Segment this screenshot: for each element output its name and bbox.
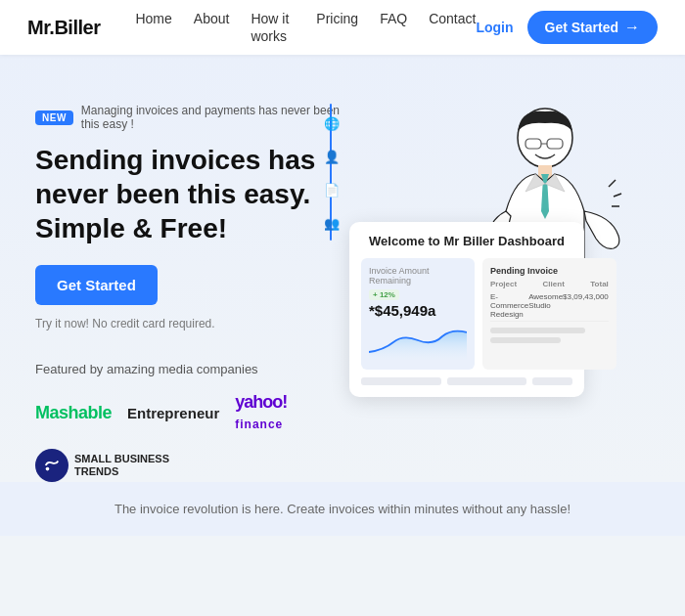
globe-icon[interactable]: 🌐 xyxy=(322,113,342,133)
media-logos: Mashable Entrepreneur yahoo!finance Smal… xyxy=(35,392,342,482)
sbt-icon xyxy=(35,449,68,482)
svg-line-11 xyxy=(614,194,621,197)
nav-item-about[interactable]: About xyxy=(194,10,230,45)
nav-link-faq[interactable]: FAQ xyxy=(380,11,407,26)
mini-chart xyxy=(369,323,467,362)
nav-link-contact[interactable]: Contact xyxy=(429,11,476,26)
hero-left: NEW Managing invoices and payments has n… xyxy=(35,94,342,482)
dashboard-title: Welcome to Mr Biller Dashboard xyxy=(361,234,572,248)
invoice-value: *$45,949a xyxy=(369,302,467,319)
entrepreneur-logo: Entrepreneur xyxy=(127,405,219,421)
navbar: Mr.Biller Home About How it works Pricin… xyxy=(0,0,685,55)
sbt-text: Small BusinessTRENDS xyxy=(74,453,169,478)
user-icon[interactable]: 👤 xyxy=(322,147,342,166)
hero-section: NEW Managing invoices and payments has n… xyxy=(0,55,685,482)
svg-point-0 xyxy=(46,467,50,471)
nav-link-home[interactable]: Home xyxy=(135,11,171,26)
mini-dashboard: Welcome to Mr Biller Dashboard Invoice A… xyxy=(349,222,584,397)
nav-link-pricing[interactable]: Pricing xyxy=(316,11,358,26)
invoice-card: Invoice Amount Remaining + 12% *$45,949a xyxy=(361,258,475,370)
character-wrapper: 🌐 👤 📄 👥 Welcome to Mr Biller Dashboard I… xyxy=(349,94,643,407)
logo-mr: Mr. xyxy=(27,17,54,38)
hero-title: Sending invoices has never been this eas… xyxy=(35,143,342,245)
pending-header: Project Client Total xyxy=(490,280,609,288)
yahoo-logo: yahoo!finance xyxy=(235,392,287,433)
nav-links: Home About How it works Pricing FAQ Cont… xyxy=(135,10,476,45)
nav-right: Login Get Started → xyxy=(476,11,658,44)
nav-item-home[interactable]: Home xyxy=(135,10,171,45)
pending-total: $3,09,43,000 xyxy=(563,292,609,319)
footer-text: The invoice revolution is here. Create i… xyxy=(114,502,571,516)
dashboard-row: Invoice Amount Remaining + 12% *$45,949a xyxy=(361,258,572,370)
badge-text: Managing invoices and payments has never… xyxy=(81,104,342,131)
nav-item-how[interactable]: How it works xyxy=(251,10,295,45)
pending-label: Pending Invoice xyxy=(490,266,609,276)
pending-project: E-Commerce Redesign xyxy=(490,292,528,319)
col-client: Client xyxy=(543,280,565,288)
nav-item-faq[interactable]: FAQ xyxy=(380,10,407,45)
hero-subtitle: Try it now! No credit card required. xyxy=(35,317,342,330)
featured-by-label: Featured by amazing media companies xyxy=(35,362,342,376)
mashable-logo: Mashable xyxy=(35,403,112,423)
sbt-logo: Small BusinessTRENDS xyxy=(35,449,169,482)
file-icon[interactable]: 📄 xyxy=(322,180,342,199)
nav-link-about[interactable]: About xyxy=(194,11,230,26)
nav-item-pricing[interactable]: Pricing xyxy=(316,10,358,45)
badge-area: NEW Managing invoices and payments has n… xyxy=(35,104,342,131)
nav-link-how[interactable]: How it works xyxy=(251,11,289,44)
pending-card: Pending Invoice Project Client Total E-C… xyxy=(482,258,616,370)
get-started-arrow-icon: → xyxy=(624,19,640,36)
login-button[interactable]: Login xyxy=(476,20,513,35)
get-started-nav-button[interactable]: Get Started → xyxy=(527,11,658,44)
invoice-label: Invoice Amount Remaining xyxy=(369,266,467,286)
get-started-nav-label: Get Started xyxy=(545,20,618,35)
footer-strip: The invoice revolution is here. Create i… xyxy=(0,482,685,536)
invoice-badge: + 12% xyxy=(369,289,399,300)
pending-client: Awesome Studio xyxy=(528,292,563,319)
pending-row-1: E-Commerce Redesign Awesome Studio $3,09… xyxy=(490,290,609,322)
get-started-hero-button[interactable]: Get Started xyxy=(35,265,158,305)
col-project: Project xyxy=(490,280,517,288)
col-total: Total xyxy=(590,280,609,288)
dash-sidebar: 🌐 👤 📄 👥 xyxy=(322,113,342,233)
svg-line-10 xyxy=(609,180,616,187)
logo[interactable]: Mr.Biller xyxy=(27,17,100,39)
hero-right: 🌐 👤 📄 👥 Welcome to Mr Biller Dashboard I… xyxy=(342,94,650,407)
person-icon[interactable]: 👥 xyxy=(322,213,342,233)
new-badge: NEW xyxy=(35,110,73,125)
nav-item-contact[interactable]: Contact xyxy=(429,10,476,45)
logo-biller: Biller xyxy=(54,17,100,38)
